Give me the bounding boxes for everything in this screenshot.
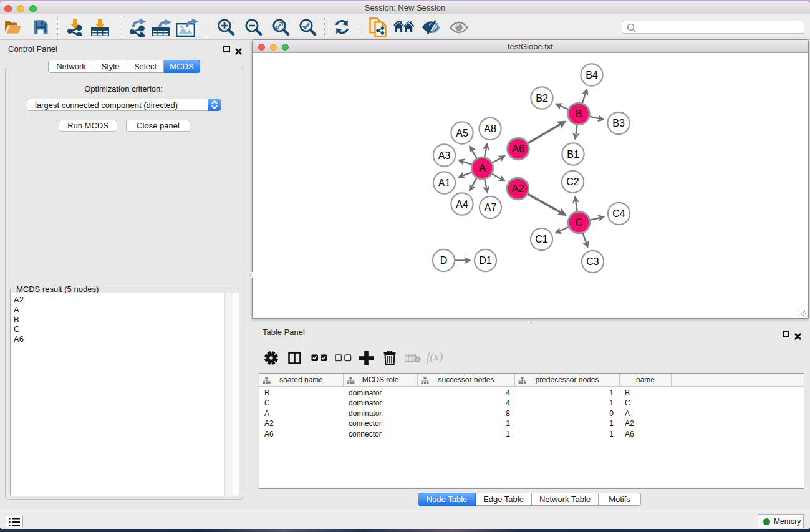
svg-text:B2: B2 <box>536 93 548 104</box>
svg-text:D1: D1 <box>479 255 492 266</box>
svg-text:A7: A7 <box>485 202 497 213</box>
svg-text:A3: A3 <box>438 150 451 161</box>
svg-text:A2: A2 <box>512 183 524 194</box>
svg-text:C1: C1 <box>535 234 548 244</box>
svg-text:A4: A4 <box>456 199 468 210</box>
svg-text:C4: C4 <box>612 208 625 219</box>
svg-text:B3: B3 <box>612 118 625 128</box>
svg-text:D: D <box>440 255 448 266</box>
svg-text:A8: A8 <box>484 123 496 134</box>
svg-text:C: C <box>576 217 583 228</box>
svg-text:A5: A5 <box>456 128 468 138</box>
svg-text:B: B <box>576 109 582 119</box>
svg-text:C3: C3 <box>586 256 599 267</box>
svg-text:B1: B1 <box>567 149 579 160</box>
svg-text:A: A <box>479 163 486 173</box>
svg-text:A6: A6 <box>512 143 524 154</box>
svg-text:C2: C2 <box>566 177 579 187</box>
svg-text:A1: A1 <box>438 178 451 188</box>
svg-text:B4: B4 <box>586 70 598 80</box>
